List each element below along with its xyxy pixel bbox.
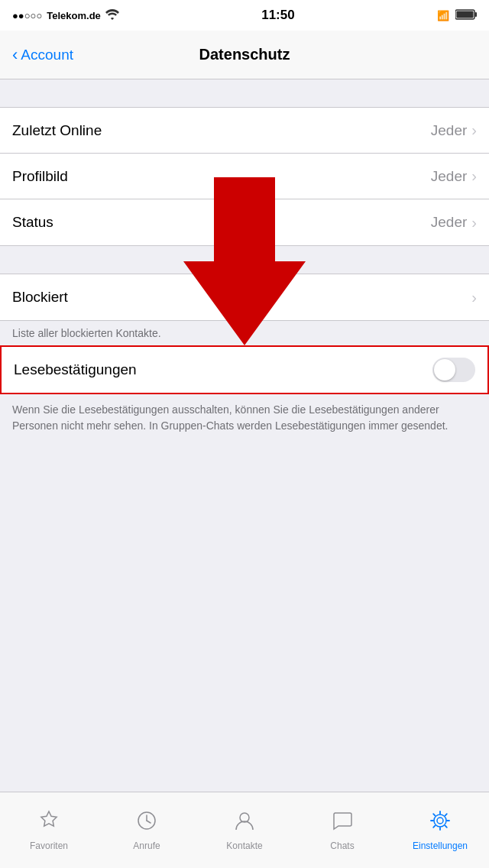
lesebestatigungen-toggle[interactable] bbox=[432, 358, 475, 382]
profilbild-value: Jeder › bbox=[431, 167, 477, 185]
chat-icon bbox=[331, 809, 354, 837]
toggle-knob bbox=[434, 359, 455, 381]
svg-line-6 bbox=[147, 821, 151, 823]
status-time: 11:50 bbox=[261, 8, 294, 23]
clock-icon bbox=[135, 809, 158, 837]
svg-marker-3 bbox=[183, 177, 306, 345]
tab-settings-label: Einstellungen bbox=[413, 840, 468, 851]
chevron-right-icon: › bbox=[471, 121, 477, 139]
tab-settings[interactable]: Einstellungen bbox=[391, 809, 489, 851]
top-gap bbox=[0, 79, 489, 107]
tab-favorites-label: Favoriten bbox=[30, 840, 68, 851]
status-left: ●●○○○ Telekom.de bbox=[12, 9, 119, 22]
tab-recents-label: Anrufe bbox=[133, 840, 160, 851]
tab-chats-label: Chats bbox=[330, 840, 354, 851]
tab-contacts[interactable]: Kontakte bbox=[196, 809, 293, 851]
chevron-right-icon: › bbox=[471, 289, 477, 306]
wifi-icon bbox=[105, 9, 119, 22]
back-label: Account bbox=[21, 47, 73, 63]
carrier: Telekom.de bbox=[47, 10, 101, 21]
blockiert-value: › bbox=[467, 289, 477, 306]
zuletzt-online-item[interactable]: Zuletzt Online Jeder › bbox=[0, 108, 489, 154]
svg-point-9 bbox=[434, 815, 446, 827]
red-arrow-annotation bbox=[168, 177, 321, 348]
tab-bar: Favoriten Anrufe Kontakte Chats bbox=[0, 792, 489, 868]
blockiert-label: Blockiert bbox=[12, 289, 68, 306]
read-receipts-section: Lesebestätigungen bbox=[0, 345, 489, 394]
back-button[interactable]: ‹ Account bbox=[12, 47, 73, 63]
chevron-right-icon: › bbox=[471, 214, 477, 232]
svg-point-8 bbox=[437, 818, 443, 824]
svg-rect-1 bbox=[475, 12, 478, 17]
nav-bar: ‹ Account Datenschutz bbox=[0, 31, 489, 79]
svg-point-7 bbox=[240, 813, 249, 822]
tab-favorites[interactable]: Favoriten bbox=[0, 809, 98, 851]
chevron-left-icon: ‹ bbox=[12, 47, 18, 63]
svg-rect-2 bbox=[457, 11, 474, 18]
tab-chats[interactable]: Chats bbox=[293, 809, 391, 851]
main-content: Zuletzt Online Jeder › Profilbild Jeder … bbox=[0, 79, 489, 792]
zuletzt-online-value: Jeder › bbox=[431, 121, 477, 139]
status-right: 📶 bbox=[437, 9, 477, 22]
lesebestatigungen-item[interactable]: Lesebestätigungen bbox=[2, 347, 487, 393]
tab-contacts-label: Kontakte bbox=[226, 840, 262, 851]
zuletzt-online-label: Zuletzt Online bbox=[12, 122, 102, 139]
status-label: Status bbox=[12, 214, 53, 231]
lesebestatigungen-label: Lesebestätigungen bbox=[14, 361, 137, 378]
gear-icon bbox=[429, 809, 452, 837]
bluetooth-icon: 📶 bbox=[437, 10, 449, 21]
status-value: Jeder › bbox=[431, 214, 477, 232]
signal-dots: ●●○○○ bbox=[12, 10, 42, 21]
battery-icon bbox=[455, 9, 477, 22]
person-icon bbox=[233, 809, 256, 837]
page-title: Datenschutz bbox=[199, 46, 290, 63]
status-bar: ●●○○○ Telekom.de 11:50 📶 bbox=[0, 0, 489, 31]
tab-recents[interactable]: Anrufe bbox=[98, 809, 196, 851]
bottom-pad bbox=[0, 446, 489, 477]
read-receipts-description: Wenn Sie die Lesebestätigungen ausschalt… bbox=[0, 394, 489, 446]
profilbild-label: Profilbild bbox=[12, 168, 68, 185]
chevron-right-icon: › bbox=[471, 167, 477, 185]
star-icon bbox=[37, 809, 60, 837]
